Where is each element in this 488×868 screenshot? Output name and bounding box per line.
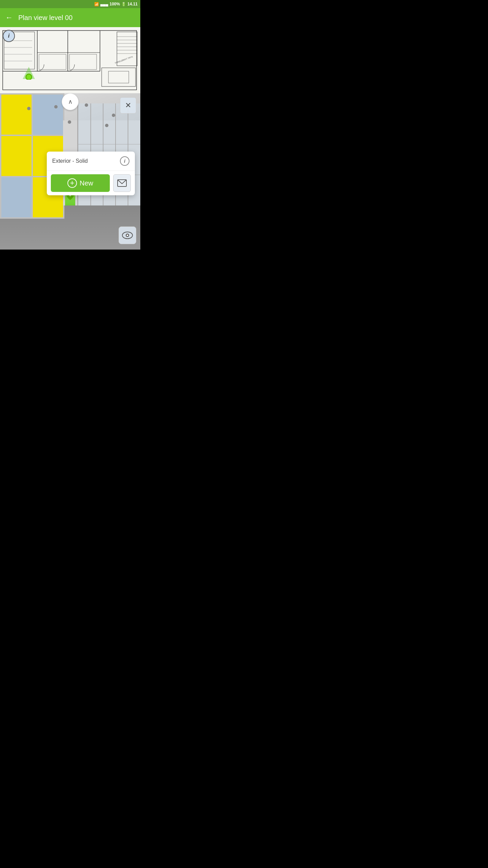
battery-text: 100% [109,2,120,6]
light-spot-5 [68,120,71,124]
battery-icon: 🔋 [121,2,126,6]
info-icon: i [124,158,125,164]
svg-rect-11 [102,68,136,86]
plus-icon: + [67,178,77,188]
svg-point-25 [26,75,31,79]
light-spot-6 [105,124,108,127]
light-spot-2 [54,105,58,108]
svg-text:FORELØBIGT TRYK: FORELØBIGT TRYK [115,56,133,64]
blue-panel-2 [1,177,32,217]
eye-button[interactable] [119,226,136,244]
svg-rect-13 [39,54,66,70]
chevron-up-icon: ∧ [68,98,73,105]
yellow-panel-1 [1,95,32,135]
popup-title: Exterior - Solid [52,158,88,164]
info-icon: i [8,33,9,39]
collapse-button[interactable]: ∧ [62,93,79,110]
location-marker [19,66,39,81]
new-button[interactable]: + New [51,174,110,192]
status-bar: 📶 ▄▄▄ 100% 🔋 14.11 [0,0,140,8]
view3d-area[interactable]: ✕ Exterior - Solid i + New [0,93,140,250]
close-icon: ✕ [125,101,131,110]
floorplan-svg: FORELØBIGT TRYK [0,27,140,93]
light-spot-1 [27,107,30,110]
popup-actions: + New [47,171,135,195]
mail-icon [117,179,127,187]
time-text: 14.11 [127,2,138,6]
yellow-panel-2 [1,136,32,176]
floorplan-area[interactable]: FORELØBIGT TRYK i [0,27,140,93]
back-button[interactable]: ← [5,13,13,22]
popup-header: Exterior - Solid i [47,152,135,171]
popup-card: Exterior - Solid i + New [47,152,135,195]
light-spot-3 [85,103,88,107]
signal-icon: ▄▄▄ [100,2,108,6]
blue-panel-1 [33,95,63,135]
eye-icon [122,231,133,239]
light-spot-4 [112,114,115,117]
app-bar: ← Plan view level 00 [0,8,140,27]
close-button[interactable]: ✕ [120,97,136,114]
wifi-icon: 📶 [94,2,99,6]
floorplan-info-button[interactable]: i [3,30,15,42]
popup-info-button[interactable]: i [120,156,129,166]
new-button-label: New [80,179,93,187]
svg-rect-12 [108,71,129,83]
page-title: Plan view level 00 [18,14,73,22]
svg-rect-14 [69,54,97,70]
mail-button[interactable] [113,174,131,192]
svg-point-35 [127,235,128,236]
